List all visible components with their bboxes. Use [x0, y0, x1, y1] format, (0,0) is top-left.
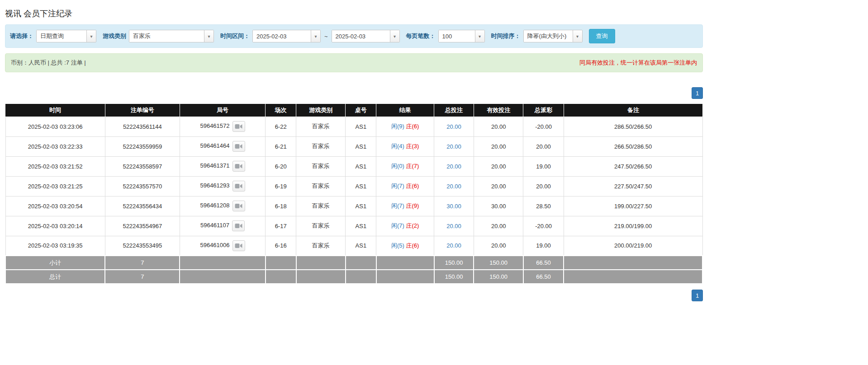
- subtotal-empty-cell: [564, 256, 702, 270]
- page-title: 视讯 会员下注纪录: [5, 0, 703, 24]
- session-number: 6-16: [266, 236, 296, 256]
- total-empty-cell: [376, 270, 434, 284]
- video-replay-button[interactable]: [232, 181, 245, 192]
- video-replay-button[interactable]: [232, 161, 245, 172]
- page-number-button[interactable]: 1: [692, 87, 703, 99]
- game-result: 闲(4) 庄(3): [376, 136, 434, 156]
- table-row: 2025-02-03 03:20:14 522243554967 5964611…: [5, 216, 702, 236]
- total-empty-cell: [564, 270, 702, 284]
- total-bet-cell: 20.00: [434, 156, 474, 176]
- total-bet-link[interactable]: 20.00: [446, 143, 461, 150]
- bet-time: 2025-02-03 03:19:35: [5, 236, 105, 256]
- table-id: AS1: [346, 156, 376, 176]
- subtotal-empty-cell: [266, 256, 296, 270]
- total-bet-link[interactable]: 20.00: [446, 163, 461, 170]
- table-body: 2025-02-03 03:23:06 522243561144 5964615…: [5, 117, 702, 256]
- table-id: AS1: [346, 236, 376, 256]
- date-from-input[interactable]: [253, 30, 311, 42]
- result-player: 闲(7): [391, 202, 404, 209]
- page-size-label: 每页笔数：: [406, 32, 436, 40]
- date-to-picker: ▾: [332, 30, 400, 42]
- session-number: 6-18: [266, 196, 296, 216]
- result-banker: 庄(6): [406, 242, 419, 249]
- table-id: AS1: [346, 196, 376, 216]
- result-banker: 庄(2): [406, 222, 419, 229]
- result-player: 闲(5): [391, 242, 404, 249]
- total-bet-link[interactable]: 20.00: [446, 223, 461, 229]
- subtotal-row: 小计 7 150.00 150.00 66.50: [5, 256, 702, 270]
- game-type: 百家乐: [296, 176, 346, 196]
- payout-value: 19.00: [523, 236, 564, 256]
- subtotal-valid-bet: 150.00: [474, 256, 523, 270]
- video-camera-icon: [235, 124, 242, 129]
- table-footer: 小计 7 150.00 150.00 66.50 总计 7 1: [5, 256, 702, 284]
- result-player: 闲(4): [391, 143, 404, 150]
- chevron-down-icon[interactable]: ▾: [86, 30, 96, 42]
- chevron-down-icon[interactable]: ▾: [204, 30, 213, 42]
- bet-id: 522243553495: [105, 236, 180, 256]
- bet-time: 2025-02-03 03:20:54: [5, 196, 105, 216]
- video-replay-button[interactable]: [232, 141, 245, 152]
- video-replay-button[interactable]: [232, 121, 245, 132]
- game-result: 闲(5) 庄(6): [376, 236, 434, 256]
- session-number: 6-22: [266, 117, 296, 136]
- valid-bet: 20.00: [474, 176, 523, 196]
- round-id: 596461371: [200, 162, 229, 169]
- total-empty-cell: [296, 270, 346, 284]
- date-from-picker: ▾: [252, 30, 321, 42]
- result-player: 闲(0): [391, 163, 404, 169]
- subtotal-total-bet: 150.00: [434, 256, 474, 270]
- chevron-down-icon[interactable]: ▾: [573, 30, 582, 42]
- chevron-down-icon[interactable]: ▾: [390, 30, 399, 42]
- sort-order-input[interactable]: [524, 30, 573, 42]
- video-replay-button[interactable]: [232, 220, 245, 231]
- date-range-label: 时间区间：: [220, 32, 250, 40]
- note: 247.50/266.50: [564, 156, 702, 176]
- sort-order-combobox: ▾: [523, 30, 583, 42]
- round-id-cell: 596461572: [180, 117, 266, 136]
- video-replay-button[interactable]: [232, 201, 245, 211]
- query-type-input[interactable]: [37, 30, 86, 42]
- game-type: 百家乐: [296, 196, 346, 216]
- note: 199.00/227.50: [564, 196, 702, 216]
- result-player: 闲(7): [391, 222, 404, 229]
- video-camera-icon: [235, 203, 242, 209]
- game-result: 闲(7) 庄(9): [376, 196, 434, 216]
- table-header: 时间 注单编号 局号 场次 游戏类别 桌号 结果 总投注 有效投注 总派彩 备注: [5, 104, 702, 117]
- total-label: 总计: [5, 270, 105, 284]
- total-bet-cell: 20.00: [434, 236, 474, 256]
- column-header-total-bet: 总投注: [434, 104, 474, 117]
- total-bet-link[interactable]: 20.00: [446, 123, 461, 130]
- total-bet-link[interactable]: 20.00: [446, 183, 461, 190]
- total-row: 总计 7 150.00 150.00 66.50: [5, 270, 702, 284]
- page-number-button[interactable]: 1: [692, 290, 703, 301]
- chevron-down-icon[interactable]: ▾: [475, 30, 484, 42]
- total-valid-bet: 150.00: [474, 270, 523, 284]
- round-id: 596461572: [200, 122, 229, 129]
- chevron-down-icon[interactable]: ▾: [311, 30, 320, 42]
- subtotal-count: 7: [105, 256, 180, 270]
- search-button[interactable]: 查询: [589, 29, 615, 43]
- total-bet-link[interactable]: 20.00: [446, 242, 461, 249]
- video-camera-icon: [235, 223, 242, 229]
- total-bet-link[interactable]: 30.00: [446, 203, 461, 210]
- round-id-cell: 596461293: [180, 176, 266, 196]
- note: 200.00/219.00: [564, 236, 702, 256]
- round-id-cell: 596461371: [180, 156, 266, 176]
- payout-value: 20.00: [523, 136, 564, 156]
- total-bet-cell: 20.00: [434, 117, 474, 136]
- game-type-input[interactable]: [129, 30, 204, 42]
- column-header-bet-id: 注单编号: [105, 104, 180, 117]
- valid-bet: 20.00: [474, 236, 523, 256]
- total-empty-cell: [346, 270, 376, 284]
- video-replay-button[interactable]: [232, 240, 245, 251]
- date-to-input[interactable]: [332, 30, 390, 42]
- page-size-input[interactable]: [439, 30, 475, 42]
- table-row: 2025-02-03 03:20:54 522243556434 5964612…: [5, 196, 702, 216]
- valid-bet: 20.00: [474, 117, 523, 136]
- result-banker: 庄(7): [406, 163, 419, 169]
- table-id: AS1: [346, 136, 376, 156]
- round-id: 596461293: [200, 182, 229, 189]
- session-number: 6-17: [266, 216, 296, 236]
- result-player: 闲(9): [391, 123, 404, 130]
